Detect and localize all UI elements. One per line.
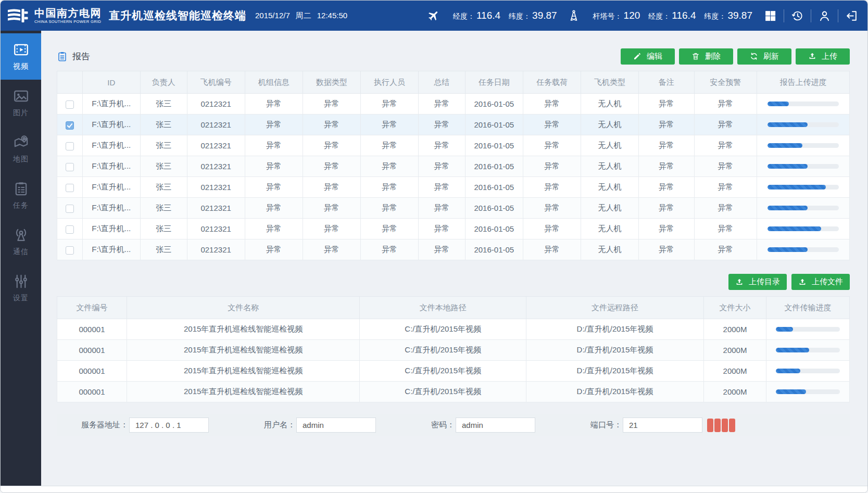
sidebar-item-settings[interactable]: 设置 — [1, 265, 41, 311]
app-title: 直升机巡检线智能巡检终端 — [109, 8, 246, 23]
brand-name-en: CHINA SOUTHERN POWER GRID — [34, 19, 102, 24]
row-checkbox[interactable] — [66, 163, 74, 171]
cell-task_date: 2016-01-05 — [465, 239, 523, 260]
cell-summary: 异常 — [418, 156, 465, 177]
sidebar-item-comm[interactable]: 通信 — [1, 219, 41, 265]
cell-progress — [757, 135, 849, 156]
cell-id: F:\直升机... — [82, 135, 140, 156]
cell-remark: 异常 — [639, 219, 695, 239]
username-input[interactable] — [296, 418, 376, 433]
file-table-body: 0000012015年直升机巡检线智能巡检视频C:/直升机/2015年视频D:/… — [57, 319, 850, 402]
cell-checkbox — [57, 239, 83, 260]
report-row[interactable]: F:\直升机...张三0212321异常异常异常异常2016-01-05异常无人… — [57, 198, 850, 219]
cell-data_type: 异常 — [303, 198, 360, 219]
sidebar-item-video[interactable]: 视频 — [1, 33, 41, 80]
cell-no: 000001 — [57, 319, 127, 340]
cell-plane_no: 0212321 — [187, 177, 245, 198]
upload-button[interactable]: 上传 — [796, 48, 850, 65]
cell-payload: 异常 — [523, 115, 581, 135]
cell-progress — [757, 198, 849, 219]
sidebar-item-task[interactable]: 任务 — [1, 172, 41, 219]
cell-plane_type: 无人机 — [581, 135, 638, 156]
map-icon — [13, 134, 29, 150]
cell-size: 2000M — [703, 319, 766, 340]
cell-executor: 异常 — [360, 198, 418, 219]
server-address-input[interactable] — [129, 418, 209, 433]
signal-block — [707, 419, 713, 432]
file-row[interactable]: 0000012015年直升机巡检线智能巡检视频C:/直升机/2015年视频D:/… — [57, 361, 850, 382]
cell-task_date: 2016-01-05 — [465, 115, 523, 135]
weekday-text: 周二 — [296, 11, 311, 21]
cell-checkbox — [57, 219, 83, 239]
cell-task_date: 2016-01-05 — [465, 219, 523, 239]
report-row[interactable]: F:\直升机...张三0212321异常异常异常异常2016-01-05异常无人… — [57, 115, 850, 135]
cell-no: 000001 — [57, 382, 127, 402]
cell-summary: 异常 — [418, 177, 465, 198]
logout-button[interactable] — [844, 8, 859, 23]
history-button[interactable] — [790, 8, 805, 23]
file-col-header: 文件远程路径 — [526, 297, 704, 319]
row-checkbox[interactable] — [66, 100, 74, 109]
sidebar-item-label: 视频 — [13, 62, 29, 71]
signal-block — [722, 419, 728, 432]
row-checkbox[interactable] — [66, 205, 74, 213]
file-table: 文件编号文件名称文件本地路径文件远程路径文件大小文件传输进度 000001201… — [57, 296, 850, 402]
settings-icon — [13, 273, 29, 289]
cell-crew: 异常 — [245, 239, 303, 260]
row-checkbox[interactable] — [66, 246, 74, 255]
cell-summary: 异常 — [418, 135, 465, 156]
upload-progress-bar — [768, 122, 839, 127]
cell-plane_no: 0212321 — [187, 94, 245, 115]
file-row[interactable]: 0000012015年直升机巡检线智能巡检视频C:/直升机/2015年视频D:/… — [57, 382, 850, 402]
cell-crew: 异常 — [245, 135, 303, 156]
file-header-row: 文件编号文件名称文件本地路径文件远程路径文件大小文件传输进度 — [57, 297, 850, 319]
cell-plane_no: 0212321 — [187, 156, 245, 177]
brand-name-cn: 中国南方电网 — [34, 8, 102, 18]
cell-id: F:\直升机... — [82, 198, 140, 219]
report-row[interactable]: F:\直升机...张三0212321异常异常异常异常2016-01-05异常无人… — [57, 156, 850, 177]
report-row[interactable]: F:\直升机...张三0212321异常异常异常异常2016-01-05异常无人… — [57, 239, 850, 260]
port-input[interactable] — [623, 418, 702, 433]
cell-progress — [766, 382, 850, 402]
user-button[interactable] — [817, 8, 832, 23]
button-label: 编辑 — [647, 52, 662, 61]
file-row[interactable]: 0000012015年直升机巡检线智能巡检视频C:/直升机/2015年视频D:/… — [57, 319, 850, 340]
report-col-header: 备注 — [639, 71, 695, 94]
sidebar-item-map[interactable]: 地图 — [1, 126, 41, 172]
report-row[interactable]: F:\直升机...张三0212321异常异常异常异常2016-01-05异常无人… — [57, 135, 850, 156]
report-row[interactable]: F:\直升机...张三0212321异常异常异常异常2016-01-05异常无人… — [57, 177, 850, 198]
file-row[interactable]: 0000012015年直升机巡检线智能巡检视频C:/直升机/2015年视频D:/… — [57, 340, 850, 361]
cell-name: 2015年直升机巡检线智能巡检视频 — [127, 361, 359, 382]
cell-size: 2000M — [703, 382, 766, 402]
report-section-head: 报告 编辑删除刷新上传 — [57, 48, 850, 65]
row-checkbox[interactable] — [66, 142, 74, 150]
report-actions: 编辑删除刷新上传 — [621, 48, 850, 65]
cell-name: 2015年直升机巡检线智能巡检视频 — [127, 382, 359, 402]
header-actions — [763, 8, 859, 23]
cell-warning: 异常 — [694, 94, 757, 115]
cell-id: F:\直升机... — [82, 115, 140, 135]
cell-owner: 张三 — [140, 219, 187, 239]
cell-progress — [757, 115, 849, 135]
report-row[interactable]: F:\直升机...张三0212321异常异常异常异常2016-01-05异常无人… — [57, 94, 850, 115]
row-checkbox[interactable] — [66, 225, 74, 234]
cell-data_type: 异常 — [303, 156, 360, 177]
password-input[interactable] — [456, 418, 535, 433]
cell-remark: 异常 — [639, 94, 695, 115]
upload-progress-bar — [768, 164, 839, 169]
edit-button[interactable]: 编辑 — [621, 48, 675, 65]
cell-progress — [757, 94, 849, 115]
windows-button[interactable] — [763, 8, 778, 23]
cell-warning: 异常 — [694, 156, 757, 177]
delete-icon — [691, 52, 700, 60]
button-label: 删除 — [705, 52, 721, 61]
sidebar-item-image[interactable]: 图片 — [1, 80, 41, 126]
refresh-button[interactable]: 刷新 — [737, 48, 791, 65]
report-row[interactable]: F:\直升机...张三0212321异常异常异常异常2016-01-05异常无人… — [57, 219, 850, 239]
row-checkbox[interactable] — [66, 184, 74, 192]
upload-dir-button[interactable]: 上传目录 — [728, 274, 787, 290]
cell-size: 2000M — [703, 340, 766, 361]
delete-button[interactable]: 删除 — [679, 48, 733, 65]
upload-file-button[interactable]: 上传文件 — [791, 274, 850, 290]
row-checkbox[interactable] — [66, 121, 74, 130]
